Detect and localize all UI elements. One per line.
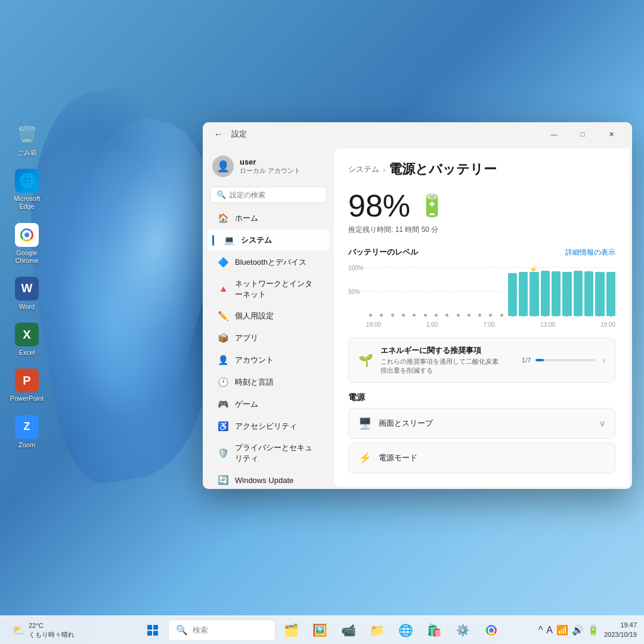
taskbar-widget-button[interactable]: 🗂️ bbox=[278, 618, 304, 642]
dot-15 bbox=[519, 313, 528, 317]
recommendation-desc: これらの推奨事項を適用して二酸化炭素排出量を削減する bbox=[380, 357, 515, 375]
tray-battery-icon[interactable]: 🔋 bbox=[587, 624, 599, 636]
dot-7 bbox=[432, 313, 441, 317]
sidebar-item-apps[interactable]: 📦 アプリ bbox=[208, 327, 329, 349]
breadcrumb-separator: › bbox=[383, 165, 385, 174]
recommendation-icon: 🌱 bbox=[358, 353, 373, 367]
sidebar-item-bluetooth[interactable]: 🔷 Bluetoothとデバイス bbox=[208, 252, 329, 273]
dot-11 bbox=[475, 313, 484, 317]
start-button[interactable] bbox=[140, 618, 166, 642]
desktop-icon-word[interactable]: W Word bbox=[6, 273, 48, 314]
tray-a-icon[interactable]: A bbox=[546, 625, 553, 636]
recommendation-content: エネルギーに関する推奨事項 これらの推奨事項を適用して二酸化炭素排出量を削減する bbox=[380, 345, 515, 375]
sidebar-item-privacy[interactable]: 🛡️ プライバシーとセキュリティ bbox=[208, 438, 329, 469]
power-item-sleep[interactable]: 🖥️ 画面とスリープ ∨ bbox=[348, 408, 615, 439]
chart-bar-teal-9 bbox=[595, 272, 604, 316]
taskbar: ⛅ 22°C くもり時々晴れ 🔍 検索 🗂️ bbox=[0, 615, 644, 644]
weather-widget[interactable]: ⛅ 22°C くもり時々晴れ bbox=[7, 619, 79, 641]
weather-desc: くもり時々晴れ bbox=[29, 630, 75, 639]
sidebar-item-label-network: ネットワークとインターネット bbox=[235, 278, 320, 300]
desktop-icon-edge[interactable]: 🌐 MicrosoftEdge bbox=[6, 165, 48, 214]
dot-4 bbox=[399, 313, 408, 317]
chart-x-labels: 19:00 1:00 7:00 13:00 19:00 bbox=[366, 321, 615, 328]
chart-bar-teal-5 bbox=[552, 271, 561, 316]
home-icon: 🏠 bbox=[217, 212, 229, 224]
taskbar-center: 🔍 検索 🗂️ 🖼️ 📹 📁 🌐 🛍️ ⚙️ bbox=[140, 618, 504, 642]
desktop-icon-zoom[interactable]: Z Zoom bbox=[6, 411, 48, 453]
chart-bars bbox=[366, 262, 615, 316]
maximize-button[interactable]: □ bbox=[569, 125, 596, 144]
taskbar-edge-button[interactable]: 🌐 bbox=[392, 618, 419, 642]
progress-fill bbox=[535, 359, 544, 361]
chart-bar-teal-7 bbox=[574, 271, 583, 316]
user-info: user ローカル アカウント bbox=[240, 157, 301, 175]
user-profile[interactable]: 👤 user ローカル アカウント bbox=[203, 151, 334, 187]
desktop-icon-recycle[interactable]: 🗑️ ごみ箱 bbox=[6, 119, 48, 160]
breadcrumb-parent[interactable]: システム bbox=[348, 164, 379, 175]
chrome-label: GoogleChrome bbox=[15, 249, 38, 265]
chart-label-0100: 1:00 bbox=[426, 321, 438, 328]
minimize-button[interactable]: — bbox=[540, 125, 568, 144]
battery-chart: 100% 50% ⚡ bbox=[348, 262, 615, 328]
power-item-mode[interactable]: ⚡ 電源モード bbox=[348, 442, 615, 473]
desktop-icon-chrome[interactable]: GoogleChrome bbox=[6, 219, 48, 268]
word-icon: W bbox=[15, 277, 39, 301]
dot-22 bbox=[595, 313, 604, 317]
taskbar-gallery-button[interactable]: 🖼️ bbox=[306, 618, 333, 642]
sidebar-item-network[interactable]: 🔺 ネットワークとインターネット bbox=[208, 274, 329, 305]
sidebar-item-home[interactable]: 🏠 ホーム bbox=[208, 208, 329, 229]
avatar: 👤 bbox=[212, 156, 234, 177]
power-mode-label: 電源モード bbox=[379, 453, 605, 463]
dot-23 bbox=[606, 313, 615, 317]
dot-5 bbox=[410, 313, 419, 317]
tray-wifi-icon[interactable]: 📶 bbox=[556, 624, 568, 636]
taskbar-chrome-taskbar-button[interactable] bbox=[478, 618, 504, 642]
sidebar-item-personalization[interactable]: ✏️ 個人用設定 bbox=[208, 305, 329, 327]
chart-detail-link[interactable]: 詳細情報の表示 bbox=[565, 247, 615, 258]
sidebar-item-time[interactable]: 🕐 時刻と言語 bbox=[208, 371, 329, 393]
accounts-icon: 👤 bbox=[217, 354, 229, 366]
chart-bar-teal-8 bbox=[584, 271, 593, 316]
desktop: 🗑️ ごみ箱 🌐 MicrosoftEdge GoogleChrome W Wo… bbox=[0, 0, 644, 644]
system-tray: ^ A 📶 🔊 🔋 bbox=[538, 624, 599, 636]
dot-1 bbox=[366, 313, 375, 317]
power-mode-icon: ⚡ bbox=[358, 451, 371, 465]
sidebar-item-system[interactable]: 💻 システム bbox=[208, 230, 329, 251]
taskbar-right: ^ A 📶 🔊 🔋 19:47 2023/10/19 bbox=[538, 621, 637, 639]
personalization-icon: ✏️ bbox=[217, 310, 229, 322]
desktop-icon-excel[interactable]: X Excel bbox=[6, 319, 48, 360]
network-icon: 🔺 bbox=[217, 283, 229, 295]
chart-bar-teal-1 bbox=[508, 273, 517, 316]
sidebar-item-accessibility[interactable]: ♿ アクセシビリティ bbox=[208, 416, 329, 437]
active-indicator bbox=[212, 235, 214, 246]
sidebar-item-label-home: ホーム bbox=[235, 213, 258, 224]
dot-9 bbox=[453, 313, 462, 317]
battery-time: 推定残り時間: 11 時間 50 分 bbox=[348, 225, 615, 235]
edge-icon: 🌐 bbox=[15, 169, 39, 193]
back-button[interactable]: ← bbox=[210, 126, 227, 143]
taskbar-search-icon: 🔍 bbox=[176, 624, 188, 636]
close-button[interactable]: ✕ bbox=[597, 125, 625, 144]
powerpoint-label: PowerPoint bbox=[10, 395, 44, 402]
word-label: Word bbox=[19, 303, 35, 311]
sidebar-item-update[interactable]: 🔄 Windows Update bbox=[208, 469, 329, 489]
taskbar-search-placeholder: 検索 bbox=[193, 625, 208, 636]
taskbar-store-button[interactable]: 🛍️ bbox=[421, 618, 447, 642]
settings-search-box[interactable]: 🔍 bbox=[210, 187, 327, 203]
recommendation-card[interactable]: 🌱 エネルギーに関する推奨事項 これらの推奨事項を適用して二酸化炭素排出量を削減… bbox=[348, 338, 615, 383]
taskbar-settings-button[interactable]: ⚙️ bbox=[450, 618, 476, 642]
sidebar-item-gaming[interactable]: 🎮 ゲーム bbox=[208, 394, 329, 415]
taskbar-explorer-button[interactable]: 📁 bbox=[364, 618, 390, 642]
desktop-icon-powerpoint[interactable]: P PowerPoint bbox=[6, 365, 48, 406]
recycle-label: ごみ箱 bbox=[17, 149, 37, 157]
taskbar-search-box[interactable]: 🔍 検索 bbox=[168, 620, 275, 641]
clock[interactable]: 19:47 2023/10/19 bbox=[604, 621, 637, 639]
sleep-label: 画面とスリープ bbox=[379, 418, 592, 429]
tray-sound-icon[interactable]: 🔊 bbox=[572, 624, 584, 636]
dot-13 bbox=[497, 313, 506, 317]
settings-search-input[interactable] bbox=[230, 191, 320, 199]
dot-17 bbox=[541, 313, 550, 317]
sidebar-item-accounts[interactable]: 👤 アカウント bbox=[208, 349, 329, 371]
tray-expand-icon[interactable]: ^ bbox=[538, 625, 543, 636]
taskbar-meeting-button[interactable]: 📹 bbox=[335, 618, 361, 642]
